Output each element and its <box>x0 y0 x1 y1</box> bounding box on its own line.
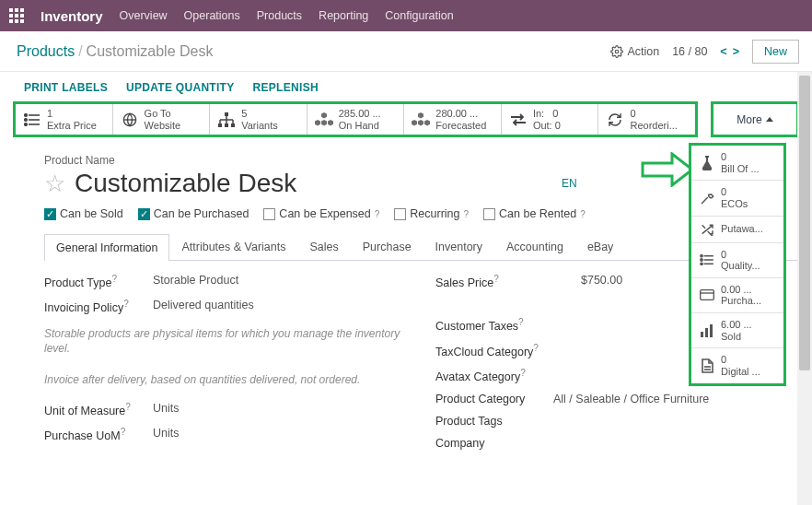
credit-card-icon <box>699 288 715 302</box>
stat-value: 0 <box>630 108 677 120</box>
sitemap-icon <box>217 111 236 129</box>
breadcrumb: Products / Customizable Desk <box>17 43 213 60</box>
recurring-checkbox[interactable]: Recurring? <box>394 207 469 220</box>
nav-reporting[interactable]: Reporting <box>319 9 368 22</box>
scrollbar[interactable] <box>797 72 812 505</box>
svg-rect-10 <box>218 123 222 127</box>
favorite-star-icon[interactable]: ☆ <box>44 170 65 198</box>
product-type-value[interactable]: Storable Product <box>153 274 238 289</box>
nav-operations[interactable]: Operations <box>184 9 240 22</box>
tab-bar: General Information Attributes & Variant… <box>44 233 799 261</box>
purchase-uom-label: Purchase UoM <box>44 429 121 442</box>
uom-value[interactable]: Units <box>153 402 179 417</box>
tab-attributes-variants[interactable]: Attributes & Variants <box>169 233 297 260</box>
stat-in-value: 0 <box>552 108 558 119</box>
svg-point-20 <box>701 259 702 261</box>
highlight-arrow-icon <box>641 152 694 187</box>
more-label: More <box>737 113 761 126</box>
cubes-icon <box>315 111 333 129</box>
can-be-expensed-checkbox[interactable]: Can be Expensed? <box>263 207 379 220</box>
svg-point-1 <box>25 113 28 116</box>
stat-in-out[interactable]: In: 0 Out: 0 <box>501 104 598 135</box>
svg-point-0 <box>616 50 620 53</box>
stat-variants[interactable]: 5Variants <box>209 104 307 135</box>
update-quantity-button[interactable]: Update Quantity <box>126 81 235 94</box>
stat-value: 285.00 ... <box>339 108 381 120</box>
nav-products[interactable]: Products <box>257 9 302 22</box>
purchase-uom-value[interactable]: Units <box>153 427 179 442</box>
svg-point-5 <box>25 123 28 125</box>
can-be-purchased-checkbox[interactable]: ✓Can be Purchased <box>138 207 249 220</box>
pager-prev[interactable]: < <box>720 45 726 58</box>
print-labels-button[interactable]: Print Labels <box>24 81 108 94</box>
product-name[interactable]: Customizable Desk <box>75 169 296 198</box>
stat-bill-of-materials[interactable]: 0Bill Of ... <box>691 146 783 181</box>
action-button[interactable]: Action <box>610 45 659 58</box>
breadcrumb-separator: / <box>78 43 82 60</box>
stat-go-to-website[interactable]: Go ToWebsite <box>112 104 210 135</box>
stat-more-button[interactable]: More <box>711 101 799 137</box>
subheader: Products / Customizable Desk Action 16 /… <box>0 31 812 72</box>
gear-icon <box>610 45 623 58</box>
svg-point-18 <box>701 255 702 257</box>
customer-taxes-label: Customer Taxes <box>435 321 518 334</box>
tab-ebay[interactable]: eBay <box>575 233 626 260</box>
nav-overview[interactable]: Overview <box>120 9 168 22</box>
stat-in-label: In: <box>533 108 544 119</box>
svg-point-22 <box>701 263 702 264</box>
storable-hint: Storable products are physical items for… <box>44 326 408 356</box>
shuffle-icon <box>699 222 715 237</box>
pager-next[interactable]: > <box>733 45 739 58</box>
language-button[interactable]: EN <box>562 177 577 190</box>
product-category-value[interactable]: All / Saleable / Office Furniture <box>553 393 709 405</box>
tab-sales[interactable]: Sales <box>298 233 351 260</box>
stat-label: Variants <box>241 120 278 132</box>
taxcloud-category-label: TaxCloud Category <box>435 346 533 358</box>
invoicing-policy-label: Invoicing Policy <box>44 302 123 315</box>
stat-extra-price[interactable]: 1Extra Price <box>16 104 112 135</box>
wrench-icon <box>699 191 715 206</box>
svg-rect-11 <box>225 123 228 127</box>
invoice-hint: Invoice after delivery, based on quantit… <box>44 372 408 387</box>
breadcrumb-root[interactable]: Products <box>17 43 75 60</box>
top-nav: Inventory Overview Operations Products R… <box>0 0 812 31</box>
stat-out-label: Out: <box>533 120 552 131</box>
replenish-button[interactable]: Replenish <box>253 81 319 94</box>
list-icon <box>23 111 41 129</box>
nav-configuration[interactable]: Configuration <box>385 9 453 22</box>
stat-on-hand[interactable]: 285.00 ...On Hand <box>307 104 404 135</box>
tab-general-information[interactable]: General Information <box>44 234 169 261</box>
new-button[interactable]: New <box>752 40 799 64</box>
stat-label: Website <box>145 120 181 132</box>
product-tags-label: Product Tags <box>435 415 537 428</box>
caret-up-icon <box>766 117 773 122</box>
tab-purchase[interactable]: Purchase <box>351 233 423 260</box>
stat-putaway[interactable]: Putawa... <box>691 217 783 243</box>
stat-reordering[interactable]: 0Reorderi... <box>597 104 695 135</box>
stat-quality[interactable]: 0Quality... <box>691 243 783 278</box>
can-be-rented-checkbox[interactable]: Can be Rented? <box>483 207 586 220</box>
tab-accounting[interactable]: Accounting <box>494 233 575 260</box>
svg-rect-12 <box>231 123 235 127</box>
company-label: Company <box>435 437 537 450</box>
tab-inventory[interactable]: Inventory <box>423 233 494 260</box>
pager-text: 16 / 80 <box>672 45 707 58</box>
sales-price-value[interactable]: $750.00 <box>581 274 622 289</box>
stat-forecasted[interactable]: 280.00 ...Forecasted <box>403 104 501 135</box>
stat-value: 1 <box>47 108 97 120</box>
sales-price-label: Sales Price <box>435 276 493 289</box>
list-icon <box>699 252 715 267</box>
stat-value: 5 <box>241 108 278 120</box>
flask-icon <box>699 156 715 170</box>
exchange-icon <box>509 111 528 129</box>
product-category-label: Product Category <box>435 393 546 405</box>
can-be-sold-checkbox[interactable]: ✓Can be Sold <box>44 207 123 220</box>
stat-purchased[interactable]: 0.00 ...Purcha... <box>691 278 783 313</box>
stat-digital[interactable]: 0Digital ... <box>691 348 783 382</box>
apps-grid-icon[interactable] <box>9 8 24 23</box>
stat-value: 280.00 ... <box>435 108 486 120</box>
invoicing-policy-value[interactable]: Delivered quantities <box>153 299 254 314</box>
stat-sold[interactable]: 6.00 ...Sold <box>691 313 783 348</box>
scrollbar-thumb[interactable] <box>799 76 810 370</box>
stat-ecos[interactable]: 0ECOs <box>691 181 783 216</box>
